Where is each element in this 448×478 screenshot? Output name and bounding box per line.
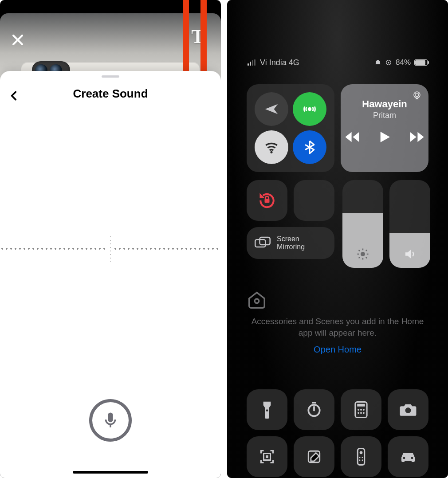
svg-point-9 <box>255 299 259 303</box>
camera-button[interactable] <box>388 389 428 430</box>
svg-point-31 <box>411 457 413 459</box>
battery-icon <box>414 59 428 66</box>
camera-icon <box>399 403 417 417</box>
svg-point-29 <box>362 459 363 461</box>
wifi-icon <box>264 140 279 155</box>
calculator-icon <box>354 401 368 418</box>
screen-mirroring-button[interactable]: Screen Mirroring <box>247 227 334 259</box>
connectivity-module[interactable] <box>247 84 334 172</box>
sheet-grabber[interactable] <box>102 75 119 78</box>
speaker-icon <box>403 247 417 261</box>
qr-scan-button[interactable] <box>247 436 287 477</box>
qr-icon <box>259 449 275 465</box>
timer-button[interactable] <box>294 389 334 430</box>
open-home-link[interactable]: Open Home <box>314 345 362 355</box>
airplane-icon <box>264 102 279 117</box>
screen-mirroring-icon <box>255 236 271 250</box>
bottom-tiles-row-1 <box>247 389 428 430</box>
home-icon <box>247 289 267 310</box>
close-icon <box>11 33 24 47</box>
volume-slider[interactable] <box>389 180 430 268</box>
svg-point-14 <box>358 409 359 411</box>
now-playing-module[interactable]: Hawayein Pritam <box>341 84 428 172</box>
cellular-icon <box>302 102 317 117</box>
create-sound-sheet: Create Sound <box>0 71 221 478</box>
airplay-button[interactable] <box>412 90 422 101</box>
alarm-icon <box>374 59 381 66</box>
moon-icon <box>305 192 323 209</box>
svg-point-20 <box>405 407 411 413</box>
svg-point-26 <box>359 457 360 458</box>
svg-point-15 <box>360 409 362 411</box>
ios-control-center-screen: Vi India 4G 84% <box>227 0 448 478</box>
svg-point-1 <box>308 107 312 111</box>
svg-point-19 <box>363 412 365 414</box>
track-title: Hawayein <box>362 98 407 110</box>
svg-rect-24 <box>358 449 364 465</box>
airplane-mode-toggle[interactable] <box>255 92 288 126</box>
next-track-button[interactable] <box>409 131 424 143</box>
microphone-icon <box>101 411 120 430</box>
svg-rect-13 <box>357 404 365 407</box>
svg-point-27 <box>362 457 363 458</box>
airplay-icon <box>412 90 422 101</box>
apple-tv-remote-button[interactable] <box>341 436 381 477</box>
battery-percent: 84% <box>396 58 411 67</box>
waveform-dots-right <box>113 248 221 250</box>
carrier-label: Vi India 4G <box>260 58 299 67</box>
svg-point-30 <box>403 457 405 459</box>
bluetooth-toggle[interactable] <box>293 130 326 164</box>
home-indicator[interactable] <box>73 471 148 474</box>
sun-icon <box>356 247 369 261</box>
snapchat-create-sound-screen: T Create Sound <box>0 0 221 478</box>
do-not-disturb-toggle[interactable] <box>294 180 334 221</box>
svg-point-28 <box>359 459 360 461</box>
bluetooth-icon <box>302 140 317 155</box>
status-bar: Vi India 4G 84% <box>248 57 428 68</box>
calculator-button[interactable] <box>341 389 381 430</box>
carplay-button[interactable] <box>388 436 428 477</box>
flashlight-icon <box>260 401 274 419</box>
svg-point-17 <box>358 412 359 414</box>
timer-icon <box>306 401 322 418</box>
waveform-playhead <box>110 235 111 262</box>
screen-mirroring-label: Screen Mirroring <box>277 235 305 251</box>
svg-point-4 <box>415 93 419 97</box>
signal-bars-icon <box>248 59 255 66</box>
svg-point-8 <box>361 252 365 256</box>
svg-point-3 <box>414 92 420 98</box>
home-widget-message: Accessories and Scenes you add in the Ho… <box>247 316 428 338</box>
waveform-dots-left <box>0 248 108 250</box>
svg-rect-5 <box>265 199 270 203</box>
play-button[interactable] <box>377 130 392 144</box>
bottom-tiles-row-2 <box>247 436 428 477</box>
brightness-slider[interactable] <box>342 180 383 268</box>
sheet-title: Create Sound <box>0 87 221 101</box>
car-icon <box>399 450 417 463</box>
track-artist: Pritam <box>373 111 396 120</box>
record-button[interactable] <box>89 399 132 442</box>
svg-point-25 <box>360 451 363 454</box>
close-button[interactable] <box>8 30 28 50</box>
home-widget: Accessories and Scenes you add in the Ho… <box>247 289 428 355</box>
remote-icon <box>357 448 365 466</box>
orientation-lock-icon <box>385 59 392 66</box>
wifi-toggle[interactable] <box>255 130 288 164</box>
note-icon <box>307 449 322 464</box>
cellular-data-toggle[interactable] <box>293 92 326 126</box>
orientation-lock-on-icon <box>257 191 277 210</box>
svg-point-16 <box>363 409 365 411</box>
svg-point-2 <box>270 151 272 153</box>
notes-button[interactable] <box>294 436 334 477</box>
previous-track-button[interactable] <box>345 131 360 143</box>
svg-point-10 <box>266 409 268 411</box>
orientation-lock-toggle[interactable] <box>247 180 287 221</box>
svg-point-18 <box>360 412 362 414</box>
svg-rect-22 <box>266 455 268 458</box>
flashlight-button[interactable] <box>247 389 287 430</box>
